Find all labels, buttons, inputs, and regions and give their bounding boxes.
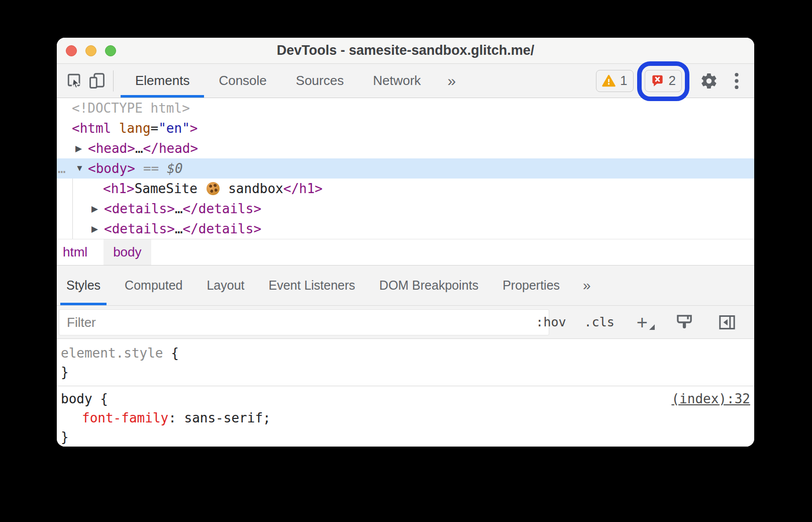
tree-row-h1[interactable]: <h1>SameSite sandbox</h1> [57, 179, 754, 199]
styles-filter-bar: :hov .cls + [57, 305, 754, 339]
attr-value: "en" [158, 121, 190, 136]
breadcrumb-item-html[interactable]: html [57, 239, 95, 265]
colon: : [168, 410, 176, 425]
tab-computed[interactable]: Computed [119, 266, 188, 305]
main-toolbar: Elements Console Sources Network » 1 [57, 64, 754, 98]
toggle-element-state-button[interactable]: :hov [536, 315, 566, 329]
issues-badge[interactable]: 2 [645, 70, 682, 92]
collapsed-ellipsis: … [175, 221, 183, 236]
tab-console[interactable]: Console [204, 64, 281, 98]
tab-properties[interactable]: Properties [496, 266, 566, 305]
titlebar: DevTools - samesite-sandbox.glitch.me/ [57, 38, 754, 64]
open-brace: { [163, 345, 179, 361]
tab-event-listeners[interactable]: Event Listeners [263, 266, 361, 305]
h1-text-after: sandbox [221, 181, 283, 196]
close-brace: } [61, 363, 754, 382]
css-property-name[interactable]: font-family [82, 410, 168, 425]
equals-sign: == [143, 161, 159, 176]
tab-sources-label: Sources [296, 73, 344, 89]
warnings-badge[interactable]: 1 [596, 70, 633, 92]
h1-open-tag: <h1> [103, 181, 135, 196]
css-declaration: font-family: sans-serif; [61, 408, 754, 427]
tree-row-html[interactable]: <html lang="en"> [57, 118, 754, 138]
space [111, 121, 119, 136]
doctype-text: <!DOCTYPE html> [72, 101, 190, 116]
rendering-brush-icon[interactable] [674, 312, 695, 333]
breadcrumb-item-body[interactable]: body [104, 239, 151, 265]
minimize-window-button[interactable] [85, 45, 96, 56]
devtools-window: DevTools - samesite-sandbox.glitch.me/ E… [57, 38, 754, 447]
node-options-dots[interactable]: … [58, 161, 75, 176]
tab-elements[interactable]: Elements [121, 64, 204, 98]
element-style-rule: element.style { } [57, 339, 754, 386]
new-style-rule-button[interactable]: + [637, 315, 648, 330]
indent-guide [72, 179, 73, 239]
maximize-window-button[interactable] [105, 45, 116, 56]
tab-styles[interactable]: Styles [60, 266, 107, 305]
warning-triangle-icon [602, 74, 616, 87]
html-open-tag: <html [72, 121, 111, 136]
tab-dom-breakpoints[interactable]: DOM Breakpoints [373, 266, 484, 305]
tab-sources[interactable]: Sources [281, 64, 358, 98]
head-open-tag: <head> [88, 141, 135, 156]
settings-gear-icon[interactable] [700, 72, 718, 90]
element-style-selector-line: element.style { [61, 343, 754, 363]
attr-equals: = [151, 121, 159, 136]
css-property-value[interactable]: sans-serif; [176, 410, 271, 425]
breadcrumb: html body [57, 239, 754, 265]
styles-toolbar-controls: :hov .cls + [536, 306, 754, 338]
stylesheet-source-link[interactable]: (index):32 [671, 389, 750, 408]
element-classes-button[interactable]: .cls [584, 315, 615, 329]
body-style-rule: body { (index):32 font-family: sans-seri… [57, 386, 754, 447]
close-brace: } [61, 427, 754, 447]
element-style-selector[interactable]: element.style [61, 345, 163, 361]
details-open-tag: <details> [104, 221, 175, 236]
more-sidebar-tabs-chevron-icon[interactable]: » [578, 266, 596, 305]
details-close-tag: </details> [183, 201, 262, 216]
more-panels-chevron-icon[interactable]: » [436, 64, 468, 98]
kebab-menu-icon[interactable] [734, 72, 742, 90]
traffic-lights [66, 38, 116, 63]
tab-elements-label: Elements [135, 73, 189, 89]
toolbar-divider [113, 70, 114, 92]
collapse-arrow-icon[interactable]: ▼ [75, 163, 88, 173]
dollar-zero-ref: $0 [167, 161, 182, 176]
inspect-element-icon[interactable] [64, 70, 86, 92]
body-open-tag: <body> [88, 161, 135, 176]
open-brace: { [92, 391, 108, 406]
tab-console-label: Console [219, 73, 266, 89]
tab-layout[interactable]: Layout [200, 266, 250, 305]
tab-network[interactable]: Network [358, 64, 435, 98]
tree-row-details-2[interactable]: ▶<details>…</details> [57, 219, 754, 239]
toggle-computed-panel-icon[interactable] [717, 312, 737, 332]
html-close-bracket: > [190, 121, 198, 136]
styles-filter-input[interactable] [59, 309, 549, 335]
sidebar-tabs: Styles Computed Layout Event Listeners D… [57, 265, 754, 305]
window-title: DevTools - samesite-sandbox.glitch.me/ [57, 43, 754, 58]
tree-row-body-selected[interactable]: …▼<body>==$0 [57, 158, 754, 179]
selector-and-brace: body { [61, 389, 108, 408]
tree-row-head[interactable]: ▶<head>…</head> [57, 138, 754, 158]
tab-network-label: Network [373, 73, 421, 89]
close-window-button[interactable] [66, 45, 77, 56]
dom-tree: <!DOCTYPE html> <html lang="en"> ▶<head>… [57, 98, 754, 239]
expand-arrow-icon[interactable]: ▶ [75, 143, 88, 154]
tree-row-details-1[interactable]: ▶<details>…</details> [57, 199, 754, 219]
expand-arrow-icon[interactable]: ▶ [91, 224, 104, 234]
details-close-tag: </details> [183, 221, 262, 236]
body-selector-line: body { (index):32 [61, 389, 754, 408]
head-close-tag: </head> [143, 141, 198, 156]
cookie-emoji-icon [207, 182, 220, 195]
expand-arrow-icon[interactable]: ▶ [91, 204, 104, 214]
details-open-tag: <details> [104, 201, 175, 216]
h1-close-tag: </h1> [283, 181, 323, 196]
issues-speech-bubble-icon [651, 74, 664, 88]
device-toolbar-icon[interactable] [86, 70, 108, 92]
collapsed-ellipsis: … [135, 141, 143, 156]
issues-badge-wrap: 2 [645, 70, 682, 92]
attr-name: lang [119, 121, 151, 136]
collapsed-ellipsis: … [175, 201, 183, 216]
body-selector[interactable]: body [61, 391, 92, 406]
warnings-count: 1 [620, 73, 627, 89]
tree-row-doctype[interactable]: <!DOCTYPE html> [57, 98, 754, 118]
